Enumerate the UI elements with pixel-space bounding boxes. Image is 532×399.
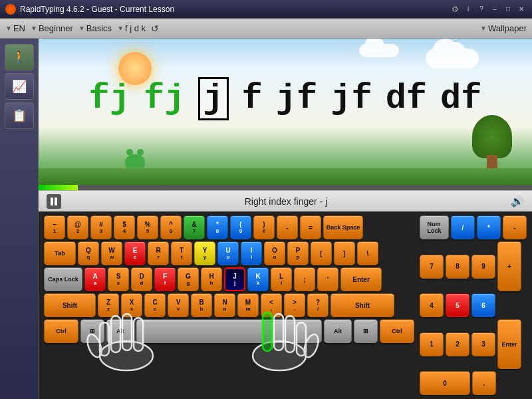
key-space[interactable]: [136, 319, 322, 343]
close-button[interactable]: ✕: [516, 5, 527, 14]
key-num-6[interactable]: 6: [471, 293, 495, 317]
pause-button[interactable]: [47, 194, 61, 209]
info-icon[interactable]: i: [463, 5, 473, 14]
key-num-1[interactable]: 1: [420, 332, 444, 356]
key-period[interactable]: >.: [284, 293, 305, 317]
key-comma[interactable]: <,: [261, 293, 282, 317]
refresh-button[interactable]: ↺: [151, 23, 159, 34]
key-x[interactable]: Xx: [121, 293, 142, 317]
key-alt-left[interactable]: Alt: [106, 319, 134, 343]
key-num-5[interactable]: 5: [446, 293, 469, 317]
key-backspace[interactable]: Back Space: [323, 215, 363, 239]
key-z[interactable]: Zz: [98, 293, 119, 317]
key-s[interactable]: Ss: [108, 267, 129, 291]
key-y[interactable]: Yy: [194, 241, 215, 265]
key-minus[interactable]: –1: [44, 215, 65, 239]
key-b[interactable]: Bb: [191, 293, 212, 317]
key-num-minus[interactable]: -: [503, 215, 527, 239]
maximize-button[interactable]: □: [503, 5, 513, 14]
sidebar-lesson-button[interactable]: 🚶: [5, 44, 34, 70]
key-asterisk[interactable]: *8: [207, 215, 228, 239]
key-num-4[interactable]: 4: [420, 293, 444, 317]
key-equal[interactable]: =: [300, 215, 321, 239]
key-m[interactable]: Mm: [237, 293, 259, 317]
key-shift-right[interactable]: Shift: [331, 293, 394, 317]
key-i[interactable]: Ii: [241, 241, 262, 265]
key-n[interactable]: Nn: [214, 293, 235, 317]
char-df-1: df: [386, 79, 427, 118]
key-d[interactable]: Dd: [131, 267, 152, 291]
key-numlock[interactable]: NumLock: [420, 215, 449, 239]
key-l[interactable]: Ll: [271, 267, 292, 291]
key-slash[interactable]: ?/: [307, 293, 329, 317]
sidebar-stats-button[interactable]: 📈: [5, 73, 34, 100]
key-c[interactable]: Cc: [144, 293, 166, 317]
key-win-left[interactable]: ⊞: [80, 319, 104, 343]
key-f[interactable]: Ff: [154, 267, 176, 291]
key-t[interactable]: Tt: [171, 241, 192, 265]
key-num-enter[interactable]: Enter: [497, 319, 521, 369]
key-at[interactable]: @2: [67, 215, 88, 239]
minimize-button[interactable]: –: [489, 5, 500, 14]
key-o[interactable]: Oo: [264, 241, 285, 265]
key-ctrl-left[interactable]: Ctrl: [44, 319, 78, 343]
key-quote[interactable]: ': [317, 267, 338, 291]
key-dollar[interactable]: $4: [114, 215, 135, 239]
volume-icon[interactable]: 🔊: [511, 195, 524, 207]
finger-hint: Right index finger - j: [66, 196, 505, 207]
key-e[interactable]: Ee: [124, 241, 146, 265]
key-num-9[interactable]: 9: [471, 255, 495, 279]
key-u[interactable]: Uu: [217, 241, 239, 265]
title-bar-text: RapidTyping 4.6.2 - Guest - Current Less…: [20, 5, 450, 14]
key-hash[interactable]: #3: [90, 215, 112, 239]
key-rbracket[interactable]: ]: [334, 241, 355, 265]
key-num-plus[interactable]: +: [497, 241, 521, 291]
key-num-3[interactable]: 3: [471, 332, 495, 356]
char-df-2: df: [440, 79, 481, 118]
key-alt-right[interactable]: Alt: [324, 319, 352, 343]
sidebar: 🚶 📈 📋: [0, 39, 39, 399]
key-num-dot[interactable]: .: [472, 371, 496, 395]
key-tab[interactable]: Tab: [44, 241, 76, 265]
key-shift-left[interactable]: Shift: [44, 293, 96, 317]
key-j-highlight[interactable]: Jj: [224, 267, 245, 291]
key-caret[interactable]: ^6: [160, 215, 182, 239]
wallpaper-selector[interactable]: ▼ Wallpaper: [480, 23, 527, 33]
key-num-slash[interactable]: /: [451, 215, 475, 239]
key-v[interactable]: Vv: [168, 293, 189, 317]
key-rparen[interactable]: )0: [253, 215, 275, 239]
key-backslash[interactable]: \: [357, 241, 378, 265]
key-caps-lock[interactable]: Caps Lock: [44, 267, 82, 291]
key-q[interactable]: Qq: [78, 241, 99, 265]
key-num-7[interactable]: 7: [420, 255, 444, 279]
key-w[interactable]: Ww: [101, 241, 122, 265]
level-selector[interactable]: ▼ Beginner: [31, 23, 73, 33]
key-ctrl-right[interactable]: Ctrl: [380, 319, 414, 343]
key-enter[interactable]: Enter: [340, 267, 382, 291]
keyboard-area: –1 @2 #3 $4 %5 ^6 &7 *8 (9 )0 - = Back S…: [39, 211, 532, 399]
sidebar-courses-button[interactable]: 📋: [5, 102, 34, 129]
language-selector[interactable]: ▼ EN: [5, 23, 25, 33]
settings-icon[interactable]: ⚙: [450, 5, 460, 14]
lesson-selector[interactable]: ▼ f j d k: [117, 23, 146, 33]
key-semicolon[interactable]: ;: [294, 267, 315, 291]
key-underscore[interactable]: -: [277, 215, 298, 239]
key-a[interactable]: Aa: [84, 267, 106, 291]
key-lparen[interactable]: (9: [230, 215, 251, 239]
key-num-8[interactable]: 8: [446, 255, 469, 279]
key-num-0[interactable]: 0: [420, 371, 470, 395]
key-num-asterisk[interactable]: *: [477, 215, 501, 239]
key-k[interactable]: Kk: [247, 267, 269, 291]
key-win-right[interactable]: ⊞: [354, 319, 378, 343]
key-lbracket[interactable]: [: [311, 241, 332, 265]
key-ampersand[interactable]: &7: [184, 215, 205, 239]
key-g[interactable]: Gg: [178, 267, 199, 291]
key-p[interactable]: Pp: [287, 241, 309, 265]
key-percent[interactable]: %5: [137, 215, 158, 239]
course-selector[interactable]: ▼ Basics: [78, 23, 112, 33]
key-num-2[interactable]: 2: [446, 332, 469, 356]
numpad-row-5: 0 .: [420, 371, 527, 395]
key-r[interactable]: Rr: [148, 241, 169, 265]
help-icon[interactable]: ?: [476, 5, 487, 14]
key-h[interactable]: Hh: [201, 267, 222, 291]
